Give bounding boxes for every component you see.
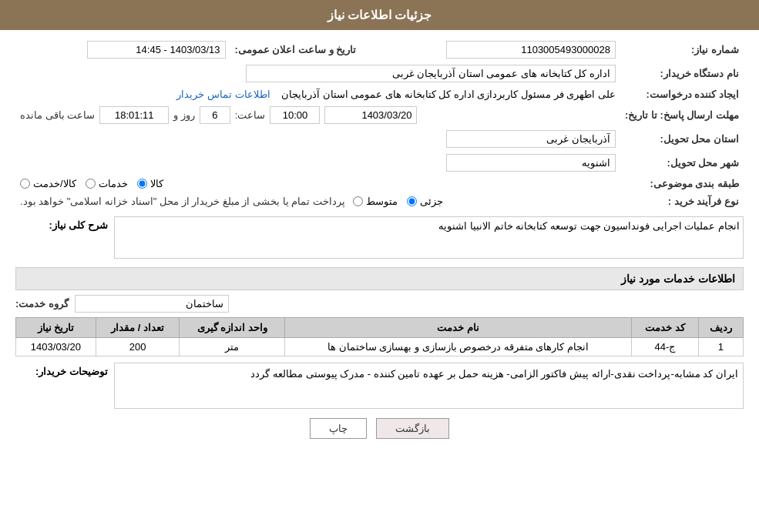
services-section-title: اطلاعات خدمات مورد نیاز [15,267,744,290]
tabaqe-radios: کالا/خدمت خدمات کالا [15,175,620,192]
noeFarayand-motavasset-item: متوسط [353,196,398,207]
sharh-content [114,216,744,261]
services-header-row: ردیف کد خدمت نام خدمت واحد اندازه گیری ت… [16,318,744,338]
tabaqe-khadamat-item: خدمات [86,178,128,189]
tazihaat-content: ایران کد مشابه-پرداخت نقدی-ارائه پیش فاک… [114,363,744,409]
col-kod: کد خدمت [632,318,699,338]
cell-tedad: 200 [96,338,180,356]
shomareNiaz-value [361,38,620,62]
shahr-label: شهر محل تحویل: [620,151,744,175]
mohlat-saat-input[interactable] [270,106,320,124]
services-table-body: 1 ج-44 انجام کارهای متفرقه درخصوص بازساز… [16,338,744,356]
col-radif: ردیف [698,318,743,338]
tarikhElan-input[interactable] [87,41,226,59]
main-info-table: شماره نیاز: تاریخ و ساعت اعلان عمومی: نا… [15,38,744,210]
page-wrapper: جزئیات اطلاعات نیاز شماره نیاز: تاریخ و … [0,0,759,532]
cell-vahed: متر [180,338,285,356]
noeFarayand-jozei-item: جزئی [407,196,443,207]
mohlat-label: مهلت ارسال پاسخ: تا تاریخ: [620,103,744,127]
row-tabaqe: طبقه بندی موضوعی: کالا/خدمت خدمات [15,175,744,192]
noeFarayand-jozei-radio[interactable] [407,196,417,206]
mohlat-row: ساعت باقی مانده روز و ساعت: [15,103,620,127]
tazihaat-box: ایران کد مشابه-پرداخت نقدی-ارائه پیش فاک… [114,363,744,409]
shahr-value [15,151,620,175]
namDastgah-label: نام دستگاه خریدار: [620,62,744,85]
sharh-row: شرح کلی نیاز: [15,216,744,261]
row-noe-farayand: نوع فرآیند خرید : پرداخت تمام یا بخشی از… [15,192,744,210]
ijadKonande-link[interactable]: اطلاعات تماس خریدار [176,89,270,100]
col-nam: نام خدمت [285,318,632,338]
services-table-head: ردیف کد خدمت نام خدمت واحد اندازه گیری ت… [16,318,744,338]
col-vahed: واحد اندازه گیری [180,318,285,338]
tabaqe-kala-khadamat-item: کالا/خدمت [20,178,76,189]
content-area: شماره نیاز: تاریخ و ساعت اعلان عمومی: نا… [0,30,759,456]
noeFarayand-jozei-label: جزئی [420,196,443,207]
ostan-label: استان محل تحویل: [620,127,744,151]
tabaqe-kala-khadamat-radio[interactable] [20,179,30,189]
ostan-value [15,127,620,151]
services-table: ردیف کد خدمت نام خدمت واحد اندازه گیری ت… [15,317,744,356]
cell-kod: ج-44 [632,338,699,356]
shomareNiaz-input[interactable] [446,41,616,59]
mohlat-time-input[interactable] [99,106,169,124]
table-row: 1 ج-44 انجام کارهای متفرقه درخصوص بازساز… [16,338,744,356]
row-shomare-tarikh: شماره نیاز: تاریخ و ساعت اعلان عمومی: [15,38,744,62]
cell-nam: انجام کارهای متفرقه درخصوص بازسازی و بهس… [285,338,632,356]
noeFarayand-desc: پرداخت تمام یا بخشی از مبلغ خریدار از مح… [20,196,345,207]
row-namdastgah: نام دستگاه خریدار: [15,62,744,85]
back-button[interactable]: بازگشت [376,418,449,439]
sharhKolli-label: شرح کلی نیاز: [15,216,108,234]
tabaqe-kala-khadamat-label: کالا/خدمت [33,178,76,189]
cell-tarikh: 1403/03/20 [16,338,96,356]
mohlat-mande-label: ساعت باقی مانده [20,109,95,121]
noeFarayand-motavasset-radio[interactable] [353,196,363,206]
grohe-row: گروه خدمت: [15,295,744,313]
row-ijadkonande: ایجاد کننده درخواست: علی اطهری فر مسئول … [15,85,744,103]
noeFarayand-content: پرداخت تمام یا بخشی از مبلغ خریدار از مح… [20,196,616,207]
col-tarikh: تاریخ نیاز [16,318,96,338]
tabaqe-kala-item: کالا [137,178,163,189]
groheKhedmat-label: گروه خدمت: [15,298,69,309]
shahr-input[interactable] [446,154,616,172]
shomareNiaz-label: شماره نیاز: [620,38,744,62]
mohlat-roz-label: روز و [173,109,195,121]
tazihaat-row: توضیحات خریدار: ایران کد مشابه-پرداخت نق… [15,363,744,409]
tabaqe-kala-label: کالا [150,178,163,189]
noeFarayand-row: پرداخت تمام یا بخشی از مبلغ خریدار از مح… [15,192,620,210]
row-shahr: شهر محل تحویل: [15,151,744,175]
ostan-input[interactable] [446,130,616,148]
noeFarayand-label: نوع فرآیند خرید : [620,192,744,210]
cell-radif: 1 [698,338,743,356]
noeFarayand-radios: متوسط جزئی [353,196,443,207]
tazihaat-label: توضیحات خریدار: [15,363,108,377]
row-mohlat: مهلت ارسال پاسخ: تا تاریخ: ساعت باقی مان… [15,103,744,127]
ijadKonande-text: علی اطهری فر مسئول کاربردازی اداره کل کت… [281,89,616,100]
tabaqe-khadamat-label: خدمات [99,178,128,189]
tabaqe-khadamat-radio[interactable] [86,179,96,189]
groheKhedmat-input[interactable] [75,295,229,313]
mohlat-saat-label: ساعت: [235,109,266,121]
mohlat-date-input[interactable] [324,106,417,124]
page-title: جزئیات اطلاعات نیاز [0,0,759,30]
ijadKonande-value: علی اطهری فر مسئول کاربردازی اداره کل کت… [15,85,620,103]
print-button[interactable]: چاپ [310,418,367,439]
mohlat-date-row: ساعت باقی مانده روز و ساعت: [20,106,616,124]
tabaqe-radio-group: کالا/خدمت خدمات کالا [20,178,616,189]
tabaqe-kala-radio[interactable] [137,179,147,189]
mohlat-roz-input[interactable] [200,106,230,124]
button-row: بازگشت چاپ [15,418,744,439]
tabaqe-label: طبقه بندی موضوعی: [620,175,744,192]
sharhKolli-textarea[interactable] [114,216,744,259]
tarikhElan-label: تاریخ و ساعت اعلان عمومی: [230,38,361,62]
row-ostan: استان محل تحویل: [15,127,744,151]
namDastgah-value [15,62,620,85]
tarikhElan-value [15,38,230,62]
ijadKonande-label: ایجاد کننده درخواست: [620,85,744,103]
namDastgah-input[interactable] [246,65,616,82]
col-tedad: تعداد / مقدار [96,318,180,338]
noeFarayand-motavasset-label: متوسط [366,196,398,207]
